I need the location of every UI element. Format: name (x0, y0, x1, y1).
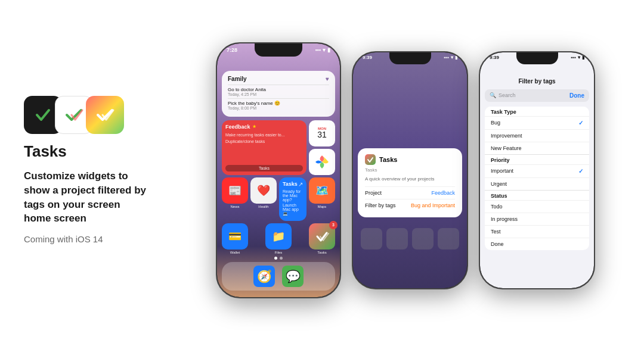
page-dots (217, 257, 340, 260)
phone2-blur-bottom (353, 222, 467, 288)
popup-header: Tasks (365, 154, 455, 165)
dot-1 (274, 257, 277, 260)
family-widget-title: Family (228, 76, 247, 82)
tasks-widget: Tasks ↗ Ready for the Mac app? Launch Ma… (279, 177, 306, 221)
feedback-header: Feedback ★ (225, 124, 303, 130)
health-symbol: ❤️ (257, 184, 270, 197)
maps-label: Maps (318, 205, 327, 208)
filter-header: Filter by tags (480, 61, 594, 87)
p3-signal-icon: ▪▪▪ (571, 55, 576, 60)
task-type-header: Task Type (485, 107, 589, 116)
family-task-2: Pick the baby's name 😊 Today, 8:00 PM (228, 98, 329, 112)
tasks-widget-item-2: Launch Mac app 💻 (283, 203, 303, 216)
p2-wifi-icon: ▾ (451, 55, 453, 60)
done-button[interactable]: Done (569, 92, 584, 99)
phone-3-screen: 9:39 ▪▪▪ ▾ ▮ Filter by tags 🔍 Search Don… (480, 52, 594, 288)
popup-title: Tasks (379, 156, 397, 163)
popup-row-project: Project Feedback (365, 186, 455, 199)
phone-3-notch (516, 52, 558, 64)
p2-battery-icon: ▮ (455, 55, 457, 60)
phone-2-bg: 9:39 ▪▪▪ ▾ ▮ Tasks (353, 52, 467, 288)
filter-done[interactable]: Done (485, 238, 589, 250)
popup-project-label: Project (365, 190, 382, 196)
filter-important[interactable]: Important ✓ (485, 164, 589, 177)
cal-photos-col: MON 31 (309, 120, 335, 175)
popup-project-value: Feedback (431, 190, 455, 196)
messages-icon: 💬 (282, 266, 304, 287)
files-label: Files (275, 251, 283, 254)
phone1-dock: 🧭 💬 (222, 262, 335, 291)
phone-1-time: 7:28 (227, 47, 237, 53)
tasks-row-label: Tasks (317, 251, 326, 254)
wifi-icon: ▾ (323, 47, 326, 53)
files-symbol: 📁 (272, 230, 285, 243)
photos-icon (309, 149, 335, 175)
phone-3-bg: 9:39 ▪▪▪ ▾ ▮ Filter by tags 🔍 Search Don… (480, 52, 594, 288)
feedback-item-2: Duplicate/clone tasks (225, 139, 303, 144)
p3-battery-icon: ▮ (582, 55, 584, 60)
signal-icon: ▪▪▪ (315, 47, 321, 53)
filter-todo[interactable]: Todo (485, 200, 589, 213)
bug-check-icon: ✓ (578, 120, 583, 126)
feedback-widget: Feedback ★ Make recurring tasks easier t… (222, 120, 306, 175)
family-task-1: Go to doctor Anita Today, 4:25 PM (228, 85, 329, 98)
calendar-icon: MON 31 (309, 120, 335, 146)
maps-symbol: 🗺️ (315, 184, 329, 197)
files-icon: 📁 (265, 223, 292, 249)
filter-in-progress[interactable]: In progress (485, 213, 589, 225)
news-symbol: 📰 (228, 184, 242, 197)
icon-colorful (86, 96, 124, 134)
phones-container: 7:28 ▪▪▪ ▾ ▮ Family ♥ Go to doctor Anita (167, 33, 644, 307)
phone-2-screen: 9:39 ▪▪▪ ▾ ▮ Tasks (353, 52, 467, 288)
news-label: News (230, 205, 239, 208)
phone-3-status-icons: ▪▪▪ ▾ ▮ (571, 55, 584, 60)
tasks-label-1: Tasks (225, 165, 303, 171)
filter-list: Task Type Bug ✓ Improvement New Feature … (485, 107, 589, 250)
phone-1-bg: 7:28 ▪▪▪ ▾ ▮ Family ♥ Go to doctor Anita (217, 43, 340, 297)
phone-1: 7:28 ▪▪▪ ▾ ▮ Family ♥ Go to doctor Anita (216, 42, 341, 298)
health-icon: ❤️ (250, 177, 277, 204)
wallet-symbol: 💳 (228, 230, 242, 243)
phone-1-screen: 7:28 ▪▪▪ ▾ ▮ Family ♥ Go to doctor Anita (217, 43, 340, 297)
phone-2: 9:39 ▪▪▪ ▾ ▮ Tasks (352, 51, 468, 289)
phone-1-notch (255, 43, 302, 57)
feedback-item-1: Make recurring tasks easier to... (225, 132, 303, 138)
phone-2-time: 9:39 (363, 55, 372, 60)
wallet-icon: 💳 (222, 223, 248, 249)
phone-3-time: 9:39 (490, 55, 499, 60)
important-check-icon: ✓ (578, 168, 583, 174)
popup-subtitle: Tasks (365, 167, 455, 173)
p2-signal-icon: ▪▪▪ (444, 55, 449, 60)
battery-icon: ▮ (327, 47, 330, 53)
phone-3: 9:39 ▪▪▪ ▾ ▮ Filter by tags 🔍 Search Don… (479, 51, 595, 289)
phone2-blur-area (353, 61, 467, 144)
tasks-widget-item-1: Ready for the Mac app? (283, 189, 303, 202)
popup-desc: A quick overview of your projects (365, 176, 455, 182)
filter-improvement[interactable]: Improvement (485, 129, 589, 142)
filter-search-bar[interactable]: 🔍 Search Done (485, 89, 589, 102)
priority-header: Priority (485, 154, 589, 164)
tasks-widget-header: Tasks ↗ (283, 181, 303, 188)
app-title: Tasks (24, 142, 149, 161)
phone1-mid-row: Feedback ★ Make recurring tasks easier t… (222, 120, 335, 175)
safari-icon: 🧭 (253, 266, 275, 287)
feedback-star: ★ (252, 124, 256, 129)
tasks-badge: 3 (329, 221, 338, 229)
phone1-icon-row: 💳 Wallet 📁 Files (222, 223, 335, 254)
app-description: Customize widgets to show a project filt… (24, 169, 149, 226)
coming-soon: Coming with iOS 14 (24, 234, 149, 244)
dot-2 (280, 257, 283, 260)
filter-urgent[interactable]: Urgent (485, 177, 589, 190)
left-panel: Tasks Customize widgets to show a projec… (0, 78, 167, 262)
filter-test[interactable]: Test (485, 225, 589, 238)
family-widget: Family ♥ Go to doctor Anita Today, 4:25 … (222, 71, 335, 117)
phone-2-status-icons: ▪▪▪ ▾ ▮ (444, 55, 457, 60)
news-icon: 📰 (222, 177, 248, 204)
popup-filter-label: Filter by tags (365, 202, 396, 208)
popup-filter-value: Bug and Important (411, 202, 455, 208)
filter-bug[interactable]: Bug ✓ (485, 116, 589, 129)
phone-2-notch (389, 52, 431, 64)
filter-new-feature[interactable]: New Feature (485, 142, 589, 154)
family-heart-icon: ♥ (326, 76, 329, 82)
search-placeholder: Search (499, 92, 569, 98)
